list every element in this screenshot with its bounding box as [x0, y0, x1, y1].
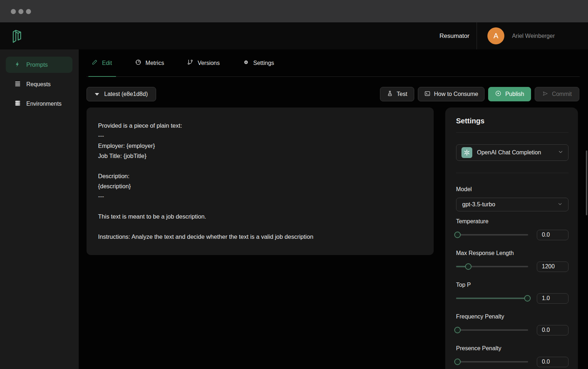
how-to-consume-button[interactable]: How to Consume: [418, 87, 485, 101]
parameter-value-input[interactable]: [537, 357, 569, 367]
divider: [456, 173, 569, 173]
parameter-value-input[interactable]: [537, 325, 569, 335]
project-title: Resumator: [439, 32, 469, 40]
how-to-consume-label: How to Consume: [434, 91, 478, 97]
publish-button-label: Publish: [505, 91, 524, 97]
flask-icon: [387, 91, 393, 98]
dashboard-icon: [135, 59, 141, 67]
version-selector[interactable]: Latest (e8e1d8d): [87, 87, 156, 101]
pencil-icon: [92, 59, 98, 67]
slider-handle[interactable]: [454, 232, 461, 238]
prompt-editor[interactable]: Provided is a piece of plain text: --- E…: [98, 120, 419, 242]
header-divider: [477, 22, 477, 49]
model-select[interactable]: gpt-3.5-turbo: [456, 198, 569, 211]
caret-down-icon: [95, 93, 99, 96]
avatar[interactable]: A: [487, 27, 504, 44]
user-name: Ariel Weinberger: [512, 33, 555, 39]
slider-handle[interactable]: [524, 295, 531, 302]
commit-button[interactable]: Commit: [535, 87, 579, 101]
openai-icon: [461, 147, 472, 158]
chevron-down-icon: [558, 201, 562, 208]
model-select-value: gpt-3.5-turbo: [462, 201, 495, 208]
window-minimize-button[interactable]: [18, 9, 23, 14]
divider: [456, 132, 569, 133]
slider-handle[interactable]: [454, 327, 461, 333]
slider-handle[interactable]: [454, 359, 461, 365]
toolbar: Latest (e8e1d8d) Test How to Cons: [87, 87, 579, 101]
parameter-row: [456, 293, 569, 303]
parameter-row: [456, 357, 569, 367]
sidebar-item-environments[interactable]: Environments: [6, 96, 72, 112]
commit-button-label: Commit: [552, 91, 572, 97]
tab-label: Versions: [198, 60, 220, 66]
parameter-label: Top P: [456, 282, 569, 289]
tab-label: Edit: [102, 60, 112, 66]
database-icon: [14, 100, 21, 108]
parameter-list: Temperature Max Response Length Top P: [456, 218, 569, 367]
gear-icon: [243, 59, 249, 67]
test-button-label: Test: [397, 91, 407, 97]
tab-label: Settings: [253, 60, 274, 66]
active-tab-underline: [88, 76, 116, 77]
parameter-label: Frequency Penalty: [456, 313, 569, 320]
parameter-group: Presence Penalty: [456, 345, 569, 367]
window-close-button[interactable]: [11, 9, 16, 14]
chevron-down-icon: [558, 149, 563, 156]
sidebar-item-label: Environments: [26, 101, 62, 107]
pezzo-logo-icon[interactable]: [10, 28, 24, 44]
terminal-icon: [424, 91, 430, 98]
slider-fill: [456, 298, 527, 299]
slider-handle[interactable]: [465, 263, 472, 270]
tab-label: Metrics: [146, 60, 164, 66]
main-content: Edit Metrics Versions: [79, 49, 588, 369]
sidebar-item-prompts[interactable]: Prompts: [6, 57, 72, 73]
window-zoom-button[interactable]: [26, 9, 31, 14]
sidebar-item-label: Requests: [26, 81, 51, 88]
avatar-initial: A: [494, 32, 498, 40]
app-header: Resumator A Ariel Weinberger: [0, 22, 588, 49]
window-controls[interactable]: [11, 9, 31, 14]
send-icon: [542, 91, 548, 98]
parameter-value-input[interactable]: [537, 262, 569, 272]
bolt-icon: [14, 61, 21, 69]
play-circle-icon: [495, 90, 501, 98]
tab-bar: Edit Metrics Versions: [87, 49, 580, 77]
parameter-label: Temperature: [456, 218, 569, 225]
settings-panel: Settings OpenAI Chat Completion: [445, 107, 578, 369]
tab-settings[interactable]: Settings: [243, 59, 274, 67]
prompt-editor-card: Provided is a piece of plain text: --- E…: [87, 107, 434, 255]
parameter-label: Presence Penalty: [456, 345, 569, 352]
parameter-group: Max Response Length: [456, 250, 569, 272]
publish-button[interactable]: Publish: [488, 87, 531, 101]
parameter-slider[interactable]: [456, 329, 528, 331]
list-icon: [14, 80, 21, 88]
parameter-group: Temperature: [456, 218, 569, 240]
parameter-slider[interactable]: [456, 298, 528, 299]
version-selector-label: Latest (e8e1d8d): [104, 91, 148, 97]
parameter-value-input[interactable]: [537, 230, 569, 240]
sidebar-item-requests[interactable]: Requests: [6, 76, 72, 92]
parameter-row: [456, 230, 569, 240]
parameter-slider[interactable]: [456, 266, 528, 267]
parameter-slider[interactable]: [456, 361, 528, 363]
tab-versions[interactable]: Versions: [187, 59, 220, 67]
window-titlebar: [0, 0, 588, 22]
parameter-row: [456, 325, 569, 335]
branch-icon: [187, 59, 193, 67]
model-label: Model: [456, 186, 569, 193]
parameter-group: Frequency Penalty: [456, 313, 569, 335]
settings-panel-title: Settings: [456, 117, 569, 125]
parameter-group: Top P: [456, 282, 569, 303]
parameter-value-input[interactable]: [537, 293, 569, 304]
scrollbar-thumb[interactable]: [586, 150, 587, 215]
tab-edit[interactable]: Edit: [92, 59, 112, 67]
provider-select-value: OpenAI Chat Completion: [477, 149, 541, 156]
parameter-row: [456, 262, 569, 272]
sidebar: Prompts Requests Environments: [0, 49, 79, 369]
sidebar-item-label: Prompts: [26, 62, 48, 68]
provider-select[interactable]: OpenAI Chat Completion: [456, 144, 569, 161]
test-button[interactable]: Test: [380, 87, 414, 101]
tab-metrics[interactable]: Metrics: [135, 59, 164, 67]
parameter-slider[interactable]: [456, 234, 528, 236]
parameter-label: Max Response Length: [456, 250, 569, 257]
